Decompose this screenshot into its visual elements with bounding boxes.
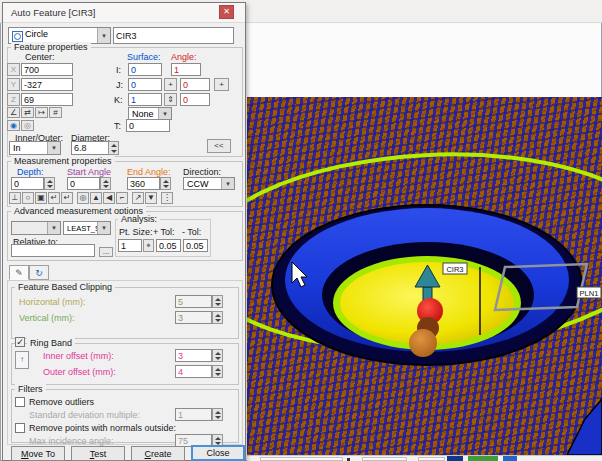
start-angle-input[interactable] — [67, 177, 100, 190]
shift-axis-icon[interactable]: ↦ — [35, 107, 48, 118]
remove-normals-checkbox[interactable] — [15, 423, 25, 433]
surface-j-input[interactable] — [128, 78, 162, 91]
end-angle-spinner[interactable] — [160, 177, 171, 190]
corner-cloud-patch — [567, 399, 602, 455]
t-value-input[interactable] — [126, 119, 170, 132]
angle-k-input[interactable] — [180, 93, 210, 106]
feature-name-input[interactable] — [113, 27, 234, 44]
inner-offset-spinner[interactable] — [212, 349, 223, 362]
std-dev-spinner[interactable] — [212, 408, 223, 421]
inner-offset-input[interactable] — [175, 349, 212, 362]
outer-offset-spinner[interactable] — [212, 365, 223, 378]
plus-tol-input[interactable] — [156, 239, 181, 252]
dialog-titlebar[interactable]: Auto Feature [CIR3] ✕ — [3, 3, 245, 23]
std-dev-label: Standard deviation multiple: — [29, 410, 140, 421]
angle-i-input[interactable] — [171, 63, 201, 76]
center-x-input[interactable] — [21, 63, 73, 76]
collapse-button[interactable]: << — [207, 139, 231, 153]
remove-outliers-checkbox[interactable] — [15, 397, 25, 407]
mode-selected-radio-icon[interactable]: ◉ — [7, 120, 20, 131]
diameter-input[interactable] — [71, 141, 109, 155]
std-dev-input — [175, 408, 212, 421]
create-label: Create — [132, 449, 184, 459]
pt-size-target-icon[interactable]: ⌖ — [143, 239, 154, 252]
strategy-path1-icon[interactable]: ↵ — [48, 192, 60, 204]
workplane-icon[interactable]: ⇄ — [21, 107, 34, 118]
strategy-probe-icon[interactable]: ◎ — [77, 192, 89, 204]
minus-tol-input[interactable] — [183, 239, 208, 252]
grid-icon[interactable]: # — [49, 107, 62, 118]
strategy-more-icon[interactable]: ⋮ — [161, 192, 173, 204]
browse-button[interactable]: ... — [99, 247, 113, 257]
close-button[interactable]: ✕ — [219, 5, 234, 19]
snap-angle-icon[interactable]: ∠ — [7, 107, 20, 118]
strategy-path2-icon[interactable]: ↵ — [61, 192, 73, 204]
ring-band-checkbox[interactable]: ✓ — [15, 337, 25, 347]
relative-to-input[interactable] — [11, 244, 95, 257]
algorithm-dropdown[interactable]: LEAST_SQR ▾ — [63, 221, 111, 235]
z-axis-button[interactable]: Z — [7, 93, 20, 106]
plane-feature-tag[interactable]: PLN1 — [577, 287, 601, 298]
check-icon: ✓ — [16, 337, 24, 347]
depth-input[interactable] — [11, 177, 44, 190]
strategy-scan-icon[interactable]: ↗ — [132, 192, 144, 204]
create-button[interactable]: Create — [131, 446, 185, 461]
depth-spinner[interactable] — [44, 177, 55, 190]
clip-horizontal-input — [175, 295, 212, 308]
circle-feature-icon — [12, 31, 23, 42]
surface-i-input[interactable] — [128, 63, 162, 76]
move-to-button[interactable]: Move To — [11, 446, 65, 461]
strategy-touch-icon[interactable]: ▲ — [90, 192, 102, 204]
probe-tip-orange — [409, 329, 437, 357]
plus-tol-label: + Tol: — [153, 227, 175, 238]
strategy-box-icon[interactable]: ▣ — [35, 192, 47, 204]
tab-scan-settings[interactable]: ✎ — [9, 265, 29, 280]
mode-alt-radio-icon[interactable]: ◎ — [21, 120, 34, 131]
y-axis-button[interactable]: Y — [7, 78, 20, 91]
center-z-input[interactable] — [21, 93, 73, 106]
fit-option-empty — [12, 222, 47, 234]
x-axis-button[interactable]: X — [7, 63, 20, 76]
strategy-filter-icon[interactable]: ▼ — [145, 192, 157, 204]
angle-label: Angle: — [171, 52, 197, 63]
strategy-retract-icon[interactable]: ⌐ — [116, 192, 128, 204]
minus-tol-label: - Tol: — [182, 227, 201, 238]
ring-band-direction-icon[interactable]: ↑ — [15, 351, 29, 369]
move-to-label: Move To — [12, 449, 64, 459]
pt-size-input[interactable] — [118, 239, 142, 252]
outer-offset-input[interactable] — [175, 365, 212, 378]
center-y-input[interactable] — [21, 78, 73, 91]
angle-j-input[interactable] — [180, 78, 210, 91]
clip-vertical-spinner[interactable] — [212, 311, 223, 324]
direction-dropdown[interactable]: CCW ▾ — [183, 177, 235, 190]
status-field — [362, 457, 407, 461]
3d-viewport[interactable]: CIR3 PLN1 — [247, 97, 602, 455]
surface-label: Surface: — [127, 52, 161, 63]
surface-k-input[interactable] — [128, 93, 162, 106]
start-angle-spinner[interactable] — [100, 177, 111, 190]
test-button[interactable]: Test — [71, 446, 125, 461]
inner-outer-dropdown[interactable]: In ▾ — [9, 141, 61, 155]
analysis-legend: Analysis: — [118, 214, 160, 224]
clip-horizontal-label: Horizontal (mm): — [19, 297, 86, 308]
diameter-spinner[interactable] — [108, 141, 119, 155]
chevron-down-icon: ▾ — [97, 222, 110, 234]
svg-text:PLN1: PLN1 — [580, 289, 599, 298]
tab-refresh[interactable]: ↻ — [29, 265, 49, 280]
close-dialog-button[interactable]: Close — [191, 445, 245, 461]
inner-outer-value: In — [10, 142, 47, 154]
clip-vertical-input — [175, 311, 212, 324]
strategy-circle-icon[interactable]: ○ — [22, 192, 34, 204]
end-angle-input[interactable] — [127, 177, 160, 190]
strategy-approach-icon[interactable]: ◀ — [103, 192, 115, 204]
remove-outliers-label: Remove outliers — [29, 397, 94, 408]
strategy-perpendicular-icon[interactable]: ⊥ — [9, 192, 21, 204]
vector-flip-button[interactable]: ⇕ — [164, 93, 177, 106]
clip-horizontal-spinner[interactable] — [212, 295, 223, 308]
circle-feature-tag[interactable]: CIR3 — [443, 263, 467, 274]
angle-vector-adjust-button[interactable]: + — [214, 78, 229, 91]
clip-vertical-label: Vertical (mm): — [19, 313, 75, 324]
sample-mode-value: None — [129, 108, 158, 119]
filters-legend: Filters — [15, 384, 46, 394]
surface-vector-adjust-button[interactable]: + — [164, 78, 177, 91]
